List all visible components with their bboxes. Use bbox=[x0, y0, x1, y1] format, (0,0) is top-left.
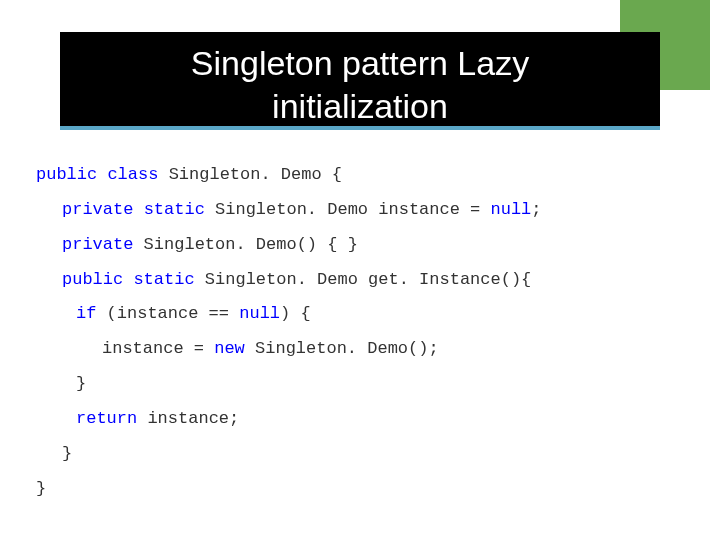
code-text: Singleton. Demo() { } bbox=[133, 235, 357, 254]
code-line-9: } bbox=[36, 437, 680, 472]
keyword: static bbox=[133, 270, 194, 289]
code-text: ; bbox=[531, 200, 541, 219]
code-text: Singleton. Demo get. Instance(){ bbox=[195, 270, 532, 289]
keyword: private bbox=[62, 200, 133, 219]
code-line-3: private Singleton. Demo() { } bbox=[36, 228, 680, 263]
code-block: public class Singleton. Demo { private s… bbox=[36, 158, 680, 506]
code-text: } bbox=[76, 374, 86, 393]
code-text: ) { bbox=[280, 304, 311, 323]
code-line-1: public class Singleton. Demo { bbox=[36, 158, 680, 193]
title-line-2: initialization bbox=[272, 87, 448, 125]
keyword: null bbox=[239, 304, 280, 323]
slide-title: Singleton pattern Lazy initialization bbox=[60, 42, 660, 127]
code-line-5: if (instance == null) { bbox=[36, 297, 680, 332]
keyword: if bbox=[76, 304, 96, 323]
keyword: new bbox=[214, 339, 245, 358]
code-text: Singleton. Demo(); bbox=[245, 339, 439, 358]
keyword: null bbox=[491, 200, 532, 219]
code-line-2: private static Singleton. Demo instance … bbox=[36, 193, 680, 228]
keyword: public bbox=[36, 165, 97, 184]
code-line-8: return instance; bbox=[36, 402, 680, 437]
code-text bbox=[123, 270, 133, 289]
title-line-1: Singleton pattern Lazy bbox=[191, 44, 529, 82]
code-text: (instance == bbox=[96, 304, 239, 323]
code-text: instance = bbox=[102, 339, 214, 358]
keyword: public bbox=[62, 270, 123, 289]
code-line-7: } bbox=[36, 367, 680, 402]
keyword: static bbox=[144, 200, 205, 219]
keyword: class bbox=[107, 165, 158, 184]
code-text bbox=[133, 200, 143, 219]
code-line-10: } bbox=[36, 472, 680, 507]
code-text: Singleton. Demo instance = bbox=[205, 200, 491, 219]
code-text: } bbox=[62, 444, 72, 463]
code-text: } bbox=[36, 479, 46, 498]
keyword: return bbox=[76, 409, 137, 428]
code-text bbox=[97, 165, 107, 184]
code-line-6: instance = new Singleton. Demo(); bbox=[36, 332, 680, 367]
code-line-4: public static Singleton. Demo get. Insta… bbox=[36, 263, 680, 298]
code-text: instance; bbox=[137, 409, 239, 428]
code-text: Singleton. Demo { bbox=[158, 165, 342, 184]
keyword: private bbox=[62, 235, 133, 254]
